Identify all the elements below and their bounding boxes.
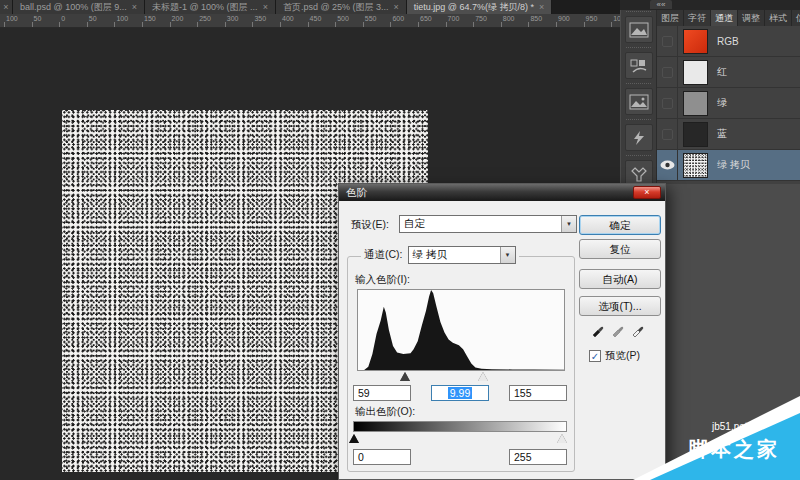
histogram-panel-icon[interactable] xyxy=(625,16,653,43)
visibility-toggle-empty[interactable] xyxy=(657,88,678,118)
channel-thumbnail xyxy=(683,153,708,178)
preset-label: 预设(E): xyxy=(351,218,389,232)
ruler-tick xyxy=(473,22,474,27)
reset-button[interactable]: 复位 xyxy=(579,239,661,259)
preset-select[interactable]: 自定 ▼ xyxy=(399,215,577,233)
channel-row-红[interactable]: 红 xyxy=(657,57,800,88)
options-button[interactable]: 选项(T)... xyxy=(579,296,661,316)
ok-button[interactable]: 确定 xyxy=(579,215,661,235)
ruler-label: 750 xyxy=(475,15,487,22)
panel-grip-dots xyxy=(626,155,651,159)
ruler-label: 800 xyxy=(503,15,515,22)
collapsed-panel-icon-strip xyxy=(621,10,657,186)
dialog-title-bar[interactable]: 色阶 × xyxy=(339,184,665,201)
channel-thumbnail xyxy=(683,29,708,54)
ruler-tick xyxy=(556,22,557,27)
ruler-tick xyxy=(32,22,33,27)
ruler-label: 900 xyxy=(558,15,570,22)
white-eyedropper-icon[interactable] xyxy=(631,323,646,342)
document-tab[interactable]: tietu.jpg @ 64.7%(绿 拷贝/8) *× xyxy=(407,0,552,14)
actions-panel-icon[interactable] xyxy=(625,124,653,151)
ruler-label: 350 xyxy=(254,15,266,22)
visibility-toggle-empty[interactable] xyxy=(657,57,678,87)
channel-row-RGB[interactable]: RGB xyxy=(657,26,800,57)
ruler-tick xyxy=(59,22,60,27)
ruler-tick xyxy=(501,22,502,27)
visibility-toggle-empty[interactable] xyxy=(657,26,678,56)
ruler-tick xyxy=(170,22,171,27)
document-tab-label: 未标题-1 @ 100% (图层 ... xyxy=(152,1,258,14)
black-eyedropper-icon[interactable] xyxy=(591,323,606,342)
document-tab[interactable]: 未标题-1 @ 100% (图层 ...× xyxy=(145,0,276,14)
channel-row-绿[interactable]: 绿 xyxy=(657,88,800,119)
dialog-title: 色阶 xyxy=(346,186,367,198)
panel-tab-调整[interactable]: 调整 xyxy=(738,10,765,26)
input-levels-label: 输入色阶(I): xyxy=(355,273,410,287)
panel-tab-字符[interactable]: 字符 xyxy=(684,10,711,26)
channel-name: RGB xyxy=(717,36,739,47)
ruler-label: 400 xyxy=(282,15,294,22)
panel-tab-通道[interactable]: 通道 xyxy=(711,10,738,26)
output-black-field[interactable]: 0 xyxy=(353,449,411,465)
ruler-tick xyxy=(335,22,336,27)
close-icon[interactable]: × xyxy=(263,2,268,12)
adjustments-panel-icon[interactable] xyxy=(625,88,653,115)
panel-grip-dots xyxy=(626,11,651,15)
ruler-label: 150 xyxy=(144,15,156,22)
close-icon[interactable]: × xyxy=(132,2,137,12)
ruler-tick xyxy=(87,22,88,27)
histogram-panel-icon[interactable] xyxy=(621,11,656,46)
channel-select[interactable]: 绿 拷贝 ▼ xyxy=(408,246,516,264)
auto-button[interactable]: 自动(A) xyxy=(579,269,661,289)
watermark-site-text: jb51.net xyxy=(712,421,748,432)
white-input-slider[interactable] xyxy=(478,372,488,381)
document-tab-label: 首页.psd @ 25% (图层 3... xyxy=(283,1,389,14)
levels-histogram xyxy=(357,289,565,371)
ruler-tick xyxy=(584,22,585,27)
preview-checkbox[interactable]: ✓ 预览(P) xyxy=(589,349,640,363)
panel-tab-样式[interactable]: 样式 xyxy=(765,10,792,26)
gamma-selected-text: 9.99 xyxy=(448,387,472,399)
black-input-slider[interactable] xyxy=(400,372,410,381)
partial-tab-close-icon[interactable]: × xyxy=(0,0,13,14)
channel-name: 蓝 xyxy=(717,127,727,141)
collapse-panels-icon[interactable]: «« xyxy=(650,0,672,9)
ruler-tick xyxy=(114,22,115,27)
document-tab[interactable]: ball.psd @ 100% (图层 9...× xyxy=(13,0,145,14)
panel-header-strip xyxy=(620,0,800,10)
output-gradient-bar xyxy=(353,421,567,432)
output-white-field[interactable]: 255 xyxy=(509,449,567,465)
visibility-eye-icon[interactable] xyxy=(657,150,678,180)
close-icon[interactable]: × xyxy=(394,2,399,12)
ruler-tick xyxy=(225,22,226,27)
adjustments-panel-icon[interactable] xyxy=(621,83,656,118)
white-output-slider[interactable] xyxy=(557,434,567,443)
input-gamma-field[interactable]: 9.99 xyxy=(431,385,489,401)
close-icon[interactable]: × xyxy=(633,186,661,199)
close-icon[interactable]: × xyxy=(539,2,544,12)
ruler-tick xyxy=(611,22,612,27)
clone-source-panel-icon[interactable] xyxy=(625,52,653,79)
preset-value: 自定 xyxy=(400,217,561,231)
visibility-toggle-empty[interactable] xyxy=(657,119,678,149)
actions-panel-icon[interactable] xyxy=(621,119,656,154)
channel-row-蓝[interactable]: 蓝 xyxy=(657,119,800,150)
input-white-field[interactable]: 155 xyxy=(509,385,567,401)
ruler-tick xyxy=(528,22,529,27)
ruler-label: 500 xyxy=(337,15,349,22)
ruler-label: 200 xyxy=(172,15,184,22)
document-tab[interactable]: 首页.psd @ 25% (图层 3...× xyxy=(276,0,407,14)
ruler-label: 100 xyxy=(116,15,128,22)
document-tab-label: tietu.jpg @ 64.7%(绿 拷贝/8) * xyxy=(414,1,534,14)
panel-tab-图层[interactable]: 图层 xyxy=(657,10,684,26)
preview-label: 预览(P) xyxy=(605,349,640,363)
input-black-field[interactable]: 59 xyxy=(353,385,411,401)
clone-source-panel-icon[interactable] xyxy=(621,47,656,82)
ruler-label: 1000 xyxy=(613,15,620,22)
channel-row-绿 拷贝[interactable]: 绿 拷贝 xyxy=(657,150,800,181)
gray-eyedropper-icon[interactable] xyxy=(611,323,626,342)
channel-name: 红 xyxy=(717,65,727,79)
panel-tab-信息[interactable]: 信息 xyxy=(792,10,800,26)
black-output-slider[interactable] xyxy=(349,434,359,443)
histogram-area xyxy=(358,290,564,370)
